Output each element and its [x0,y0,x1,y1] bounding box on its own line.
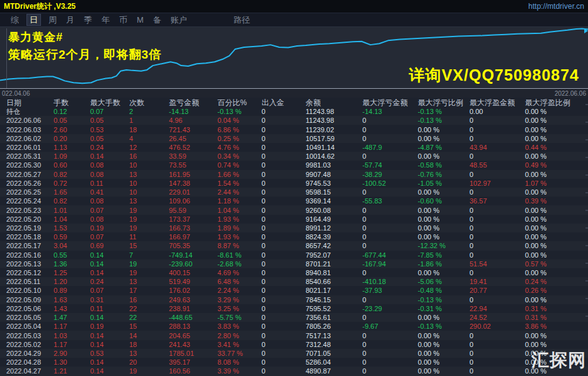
cell-出入金: 0 [262,179,306,188]
cell-日期: 2022.05.25 [6,188,54,197]
cell-手数: 0.60 [54,161,90,169]
cell-最大浮亏金额: 0 [362,349,418,358]
cell-最大浮盈金额: 0 [470,251,525,259]
cell-百分比%: 2.44 % [217,188,262,197]
table-row[interactable]: 2022.05.270.820.0813161.951.66 %09907.48… [0,170,588,179]
cell-日期: 2022.05.13 [6,259,54,268]
cell-最大浮盈比例: 0.00 % [525,134,588,143]
cell-盈亏金额: 476.52 [169,143,217,152]
cell-最大浮盈比例: 0.39 % [525,197,588,205]
table-row[interactable]: 2022.05.031.030.1414204.652.80 %07517.13… [0,331,588,339]
cell-手数: 1.47 [54,313,90,322]
table-row[interactable]: 2022.05.311.090.141633.590.34 %010014.62… [0,152,588,161]
cell-余额: 10491.14 [306,143,362,152]
table-row[interactable]: 2022.06.020.200.05426.450.25 %010517.590… [0,134,588,143]
table-row[interactable]: 2022.04.271.210.1419160.563.39 %04890.87… [0,367,588,375]
table-row[interactable]: 2022.05.091.630.3116249.633.29 %07845.15… [0,295,588,304]
cell-最大浮亏比例: 0.00 % [418,349,470,358]
cell-最大浮盈比例: 0.00 % [525,251,588,259]
table-row[interactable]: 2022.05.260.720.1110147.381.54 %09745.53… [0,179,588,188]
table-row[interactable]: 2022.05.191.530.1919166.731.89 %08991.12… [0,224,588,232]
cell-最大浮盈金额: 0 [470,188,525,197]
cell-余额: 7595.52 [306,304,362,313]
menu-item-季[interactable]: 季 [82,14,94,25]
cell-手数: 0.55 [54,251,90,259]
table-row[interactable]: 2022.05.111.200.2413519.496.48 %08540.66… [0,277,588,286]
cell-手数: 1.43 [54,304,90,313]
cell-次数: 13 [129,349,169,358]
cell-最大浮亏比例: 0.00 % [418,206,470,215]
cell-盈亏金额: 73.55 [169,161,217,169]
cell-最大浮亏比例: 0.00 % [418,215,470,224]
cell-最大浮亏比例: 0.00 % [418,224,470,232]
chart-contact-text: 详询VX/QQ750980874 [409,65,579,86]
cell-出入金: 0 [262,206,306,215]
cell-百分比%: 1.89 % [217,224,262,232]
cell-百分比%: 33.77 % [217,349,262,358]
table-row[interactable]: 2022.05.240.820.0813109.061.18 %09369.14… [0,197,588,205]
cell-最大浮盈比例: 0.00 % [525,116,588,125]
table-row[interactable]: 2022.06.011.130.2412476.524.76 %010491.1… [0,143,588,152]
menu-item-周[interactable]: 周 [47,14,59,25]
cell-次数: 16 [129,295,169,304]
cell-盈亏金额: 288.13 [169,322,217,331]
scrollbar-ticks[interactable] [585,104,588,318]
cell-出入金: 0 [262,241,306,250]
cell-次数: 15 [129,241,169,250]
table-row[interactable]: 2022.05.180.590.0711166.971.93 %08824.39… [0,232,588,241]
cell-最大手数: 0.05 [90,116,129,125]
menu-item-M[interactable]: M [135,14,146,25]
table-row[interactable]: 2022.04.292.900.53131785.0133.77 %07071.… [0,349,588,358]
table-row[interactable]: 2022.05.041.170.1915288.133.83 %07805.26… [0,322,588,331]
cell-余额: 7517.13 [306,331,362,340]
menu-item-月[interactable]: 月 [64,14,76,25]
cell-最大手数: 0.08 [90,170,129,179]
table-row[interactable]: 2022.05.300.600.081073.550.74 %09981.03-… [0,161,588,169]
cell-最大浮盈金额: 0.00 [470,107,525,116]
cell-次数: 10 [129,188,169,197]
menu-item-币[interactable]: 币 [117,14,129,25]
cell-日期: 2022.05.17 [6,241,54,250]
cell-最大浮亏金额: -9.67 [362,322,418,331]
table-row[interactable]: 2022.05.051.470.1422-448.65-5.75 %07356.… [0,313,588,322]
menu-item-年[interactable]: 年 [100,14,112,25]
menu-item-账户[interactable]: 账户 [169,14,189,25]
cell-百分比%: 3.39 % [217,367,262,375]
table-row[interactable]: 2022.05.021.170.1418241.433.41 %07312.48… [0,340,588,349]
cell-出入金: 0 [262,331,306,340]
cell-出入金: 0 [262,367,306,375]
table-row[interactable]: 2022.04.281.300.1420395.178.08 %05286.04… [0,358,588,367]
table-row[interactable]: 2022.05.100.890.0717176.022.24 %08021.17… [0,286,588,295]
table-row[interactable]: 2022.05.131.360.1419-239.60-2.68 %08701.… [0,259,588,268]
table-row[interactable]: 2022.06.060.050.0514.960.04 %011243.980-… [0,116,588,125]
cell-最大手数: 0.07 [90,107,129,116]
menu-item-综[interactable]: 综 [9,14,21,25]
table-row[interactable]: 2022.05.160.550.147-749.14-8.61 %07952.0… [0,251,588,259]
cell-百分比%: 8.87 % [217,241,262,250]
cell-最大浮盈比例: 0.24 % [525,277,588,286]
table-row[interactable]: 2022.05.201.040.0819173.371.93 %09164.49… [0,215,588,224]
cell-次数: 11 [129,232,169,241]
cell-次数: 10 [129,179,169,188]
cell-余额: 7312.48 [306,340,362,349]
cell-日期: 2022.05.06 [6,304,54,313]
cell-余额: 8701.21 [306,259,362,268]
cell-最大浮亏金额: -38.29 [362,170,418,179]
cell-最大浮亏金额: 0 [362,116,418,125]
cell-出入金: 0 [262,161,306,169]
website-link[interactable]: http://mtdriver.cn [528,2,584,11]
table-row[interactable]: 2022.05.231.010.071995.591.04 %09260.080… [0,205,588,214]
cell-盈亏金额: 166.73 [169,224,217,232]
table-row[interactable]: 2022.05.173.040.6915705.358.87 %08657.42… [0,241,588,250]
table-row[interactable]: 2022.05.251.650.4110229.012.44 %09598.15… [0,188,588,197]
cell-百分比%: 4.76 % [217,143,262,152]
table-row[interactable]: 2022.06.032.600.5318721.436.86 %011239.0… [0,125,588,134]
menu-item-path[interactable]: 路径 [234,14,250,26]
table-row[interactable]: 2022.05.061.430.1122238.913.25 %07595.52… [0,304,588,313]
cell-日期: 2022.05.11 [6,277,54,286]
table-row[interactable]: 2022.05.121.250.1419400.154.69 %08940.81… [0,268,588,277]
menu-item-备[interactable]: 备 [151,14,163,25]
cell-日期: 2022.05.02 [6,340,54,349]
menu-item-日[interactable]: 日 [26,14,41,26]
table-row[interactable]: 持仓0.120.072-14.13-0.13 %011243.98-14.13-… [0,107,588,116]
